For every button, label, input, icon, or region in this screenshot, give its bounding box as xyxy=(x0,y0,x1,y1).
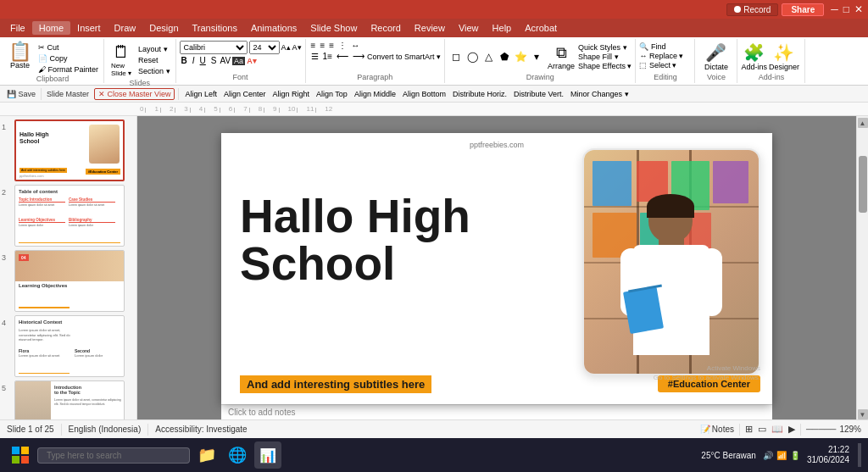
view-normal-btn[interactable]: ⊞ xyxy=(745,424,753,435)
bold-button[interactable]: B xyxy=(180,56,189,65)
indent-more-icon[interactable]: ⟶ xyxy=(351,52,366,61)
paste-button[interactable]: 📋 Paste xyxy=(5,41,35,71)
menu-item-record[interactable]: Record xyxy=(364,21,407,35)
align-right-btn[interactable]: Align Right xyxy=(270,89,312,99)
align-left-icon[interactable]: ≡ xyxy=(309,41,318,50)
view-slide-btn[interactable]: ▭ xyxy=(758,424,766,435)
shape-effects-button[interactable]: Shape Effects ▾ xyxy=(578,62,632,70)
menu-item-transitions[interactable]: Transitions xyxy=(186,21,244,35)
column-icon[interactable]: ⋮ xyxy=(337,41,348,50)
shape-2[interactable]: ◯ xyxy=(465,51,480,63)
distribute-v-btn[interactable]: Distribute Vert. xyxy=(511,89,566,99)
drawing-label: Drawing xyxy=(448,73,632,81)
replace-button[interactable]: ↔ Replace ▾ xyxy=(639,52,683,60)
slide-thumbnail-4[interactable]: 4 Historical Context Lorem ipsum dolor s… xyxy=(2,315,135,377)
align-center-btn[interactable]: Align Center xyxy=(221,89,269,99)
menu-item-draw[interactable]: Draw xyxy=(108,21,143,35)
accessibility-status[interactable]: Accessibility: Investigate xyxy=(155,425,247,434)
strikethrough-button[interactable]: S xyxy=(209,56,219,65)
view-slideshow-btn[interactable]: ▶ xyxy=(788,424,795,435)
notes-label: Click to add notes xyxy=(228,408,296,417)
quick-styles-button[interactable]: Quick Styles ▾ xyxy=(578,43,632,52)
align-top-btn[interactable]: Align Top xyxy=(314,89,350,99)
zoom-controls[interactable]: ───── 129% xyxy=(806,425,861,434)
shape-more[interactable]: ▾ xyxy=(529,51,544,63)
layout-button[interactable]: Layout ▾ xyxy=(136,44,172,54)
menu-item-slideshow[interactable]: Slide Show xyxy=(303,21,364,35)
ribbon-group-drawing: ◻ ◯ △ ⬟ ⭐ ▾ ⧉ Arrange Quick Styles ▾ Sha… xyxy=(445,39,636,83)
slide-thumbnail-1[interactable]: 1 Hallo HighSchool #Education Center And… xyxy=(2,119,135,181)
format-painter-button[interactable]: 🖌 Format Painter xyxy=(36,64,100,75)
add-ins-button[interactable]: 🧩 Add-ins xyxy=(741,42,767,71)
addins-label: Add-ins xyxy=(741,73,801,81)
menu-item-insert[interactable]: Insert xyxy=(70,21,108,35)
menu-item-home[interactable]: Home xyxy=(32,21,70,35)
start-button[interactable] xyxy=(7,441,34,469)
ribbon-group-paragraph: ≡ ≡ ≡ ⋮ ↔ ☰ 1≡ ⟵ ⟶ Convert to SmartArt ▾… xyxy=(306,39,445,83)
slide-canvas[interactable]: pptfreebies.com Hallo High School And ad… xyxy=(221,133,772,404)
view-reading-btn[interactable]: 📖 xyxy=(771,424,783,435)
taskbar-icon-files[interactable]: 📁 xyxy=(193,441,220,469)
taskbar-icon-edge[interactable]: 🌐 xyxy=(224,441,251,469)
minimize-button[interactable]: ─ xyxy=(831,3,838,15)
reset-button[interactable]: Reset xyxy=(136,55,172,65)
slide-title[interactable]: Hallo High School xyxy=(240,192,470,287)
menu-item-acrobat[interactable]: Acrobat xyxy=(518,21,564,35)
taskbar-icon-powerpoint[interactable]: 📊 xyxy=(254,441,281,469)
close-master-button[interactable]: ✕ Close Master View xyxy=(94,88,175,100)
menu-item-file[interactable]: File xyxy=(3,21,32,35)
dictate-button[interactable]: 🎤 Dictate xyxy=(704,42,728,71)
minor-changes-btn[interactable]: Minor Changes ▾ xyxy=(568,89,632,99)
font-family-select[interactable]: Calibri xyxy=(180,41,248,54)
menu-item-review[interactable]: Review xyxy=(408,21,452,35)
slide-thumbnail-3[interactable]: 3 04 Learning Objectives xyxy=(2,250,135,312)
select-button[interactable]: ⬚ Select ▾ xyxy=(639,61,683,69)
italic-button[interactable]: I xyxy=(191,56,197,65)
new-slide-button[interactable]: 🗒 NewSlide ▾ xyxy=(108,41,135,79)
designer-button[interactable]: ✨ Designer xyxy=(769,42,799,71)
align-left-btn[interactable]: Align Left xyxy=(182,89,220,99)
align-right-icon[interactable]: ≡ xyxy=(327,41,336,50)
close-button[interactable]: ✕ xyxy=(854,3,863,15)
menu-item-design[interactable]: Design xyxy=(142,21,185,35)
align-bottom-btn[interactable]: Align Bottom xyxy=(400,89,448,99)
notes-bar[interactable]: Click to add notes xyxy=(221,404,772,419)
find-button[interactable]: 🔍 Find xyxy=(639,42,683,51)
show-desktop-btn[interactable] xyxy=(858,443,861,467)
maximize-button[interactable]: □ xyxy=(843,3,849,15)
share-button[interactable]: Share xyxy=(782,3,824,16)
cut-button[interactable]: ✂ Cut xyxy=(36,42,100,53)
align-middle-btn[interactable]: Align Middle xyxy=(352,89,398,99)
right-scrollbar[interactable]: ▲ ▼ xyxy=(856,116,868,419)
record-button[interactable]: Record xyxy=(726,3,778,16)
slide-thumbnail-5[interactable]: 5 Introductionto the Topic Lorem ipsum d… xyxy=(2,380,135,419)
bullets-icon[interactable]: ☰ xyxy=(309,52,320,61)
underline-button[interactable]: U xyxy=(198,56,208,65)
section-button[interactable]: Section ▾ xyxy=(136,66,172,76)
slide-thumbnail-2[interactable]: 2 Table of content Topic Introduction Lo… xyxy=(2,185,135,247)
notes-status-btn[interactable]: 📝 Notes xyxy=(700,425,734,434)
menu-item-help[interactable]: Help xyxy=(486,21,519,35)
distribute-h-btn[interactable]: Distribute Horiz. xyxy=(450,89,509,99)
ribbon-group-editing: 🔍 Find ↔ Replace ▾ ⬚ Select ▾ Editing xyxy=(636,39,695,83)
slide-subtitle[interactable]: And add interesting subtitles here xyxy=(240,375,431,393)
menu-item-animations[interactable]: Animations xyxy=(244,21,303,35)
indent-less-icon[interactable]: ⟵ xyxy=(335,52,350,61)
font-size-select[interactable]: 24 xyxy=(249,41,280,54)
shape-1[interactable]: ◻ xyxy=(448,51,464,63)
numbering-icon[interactable]: 1≡ xyxy=(321,52,334,61)
text-direction-icon[interactable]: ↔ xyxy=(349,41,361,50)
arrange-button[interactable]: ⧉ Arrange xyxy=(546,44,576,70)
shape-4[interactable]: ⬟ xyxy=(497,51,512,63)
save-master-button[interactable]: 💾 Save xyxy=(3,89,39,99)
shape-3[interactable]: △ xyxy=(481,51,496,63)
slide-master-button[interactable]: Slide Master xyxy=(43,89,92,99)
copy-button[interactable]: 📄 Copy xyxy=(36,53,100,64)
shape-5[interactable]: ⭐ xyxy=(513,51,528,63)
shape-fill-button[interactable]: Shape Fill ▾ xyxy=(578,53,632,61)
menu-item-view[interactable]: View xyxy=(452,21,486,35)
taskbar-search-input[interactable] xyxy=(37,447,190,464)
font-label: Font xyxy=(180,73,302,81)
align-center-icon[interactable]: ≡ xyxy=(318,41,326,50)
slide-number-2: 2 xyxy=(2,185,12,197)
